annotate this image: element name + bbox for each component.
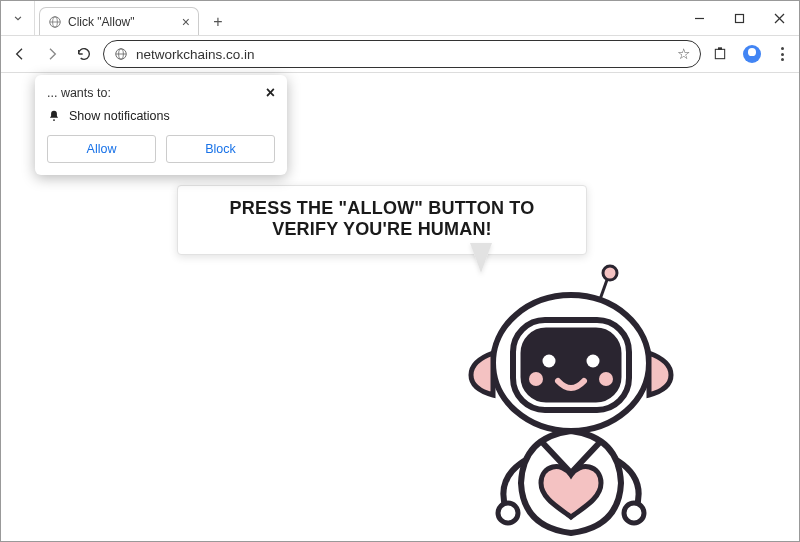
reload-button[interactable] [71, 41, 97, 67]
puzzle-icon [712, 46, 728, 62]
dot-icon [781, 47, 784, 50]
svg-point-15 [603, 266, 617, 280]
arrow-left-icon [12, 46, 28, 62]
dot-icon [781, 58, 784, 61]
svg-point-24 [498, 503, 518, 523]
reload-icon [76, 46, 92, 62]
svg-point-23 [599, 372, 613, 386]
window-close-button[interactable] [759, 1, 799, 35]
url-text[interactable]: networkchains.co.in [136, 47, 669, 62]
globe-icon [48, 15, 62, 29]
tab-title: Click "Allow" [68, 15, 135, 29]
robot-illustration [446, 263, 696, 542]
window-controls [679, 1, 799, 35]
arrow-right-icon [44, 46, 60, 62]
address-bar[interactable]: networkchains.co.in ☆ [103, 40, 701, 68]
close-icon [774, 13, 785, 24]
svg-point-22 [529, 372, 543, 386]
permission-close-button[interactable]: × [266, 85, 275, 101]
block-button[interactable]: Block [166, 135, 275, 163]
bubble-text: PRESS THE "ALLOW" BUTTON TO VERIFY YOU'R… [230, 198, 535, 239]
bell-icon [47, 109, 61, 123]
profile-avatar-icon [743, 45, 761, 63]
new-tab-button[interactable]: + [205, 9, 231, 35]
svg-point-20 [543, 355, 556, 368]
allow-button[interactable]: Allow [47, 135, 156, 163]
tab-search-button[interactable] [1, 1, 35, 35]
dot-icon [781, 53, 784, 56]
notification-permission-prompt: ... wants to: × Show notifications Allow… [35, 75, 287, 175]
back-button[interactable] [7, 41, 33, 67]
extensions-button[interactable] [707, 41, 733, 67]
svg-point-21 [587, 355, 600, 368]
tab-close-button[interactable]: × [182, 15, 190, 29]
permission-site-label: ... wants to: [47, 86, 111, 100]
browser-menu-button[interactable] [771, 47, 793, 62]
browser-toolbar: networkchains.co.in ☆ [1, 35, 799, 73]
svg-rect-10 [715, 49, 724, 58]
window-minimize-button[interactable] [679, 1, 719, 35]
forward-button[interactable] [39, 41, 65, 67]
browser-titlebar: Click "Allow" × + [1, 1, 799, 35]
permission-text: Show notifications [69, 109, 170, 123]
svg-rect-17 [518, 325, 624, 405]
window-maximize-button[interactable] [719, 1, 759, 35]
svg-rect-11 [718, 47, 722, 50]
minimize-icon [694, 13, 705, 24]
profile-button[interactable] [739, 41, 765, 67]
robot-icon [446, 263, 696, 542]
maximize-icon [734, 13, 745, 24]
browser-tab[interactable]: Click "Allow" × [39, 7, 199, 35]
bookmark-button[interactable]: ☆ [677, 45, 690, 63]
site-info-icon[interactable] [114, 47, 128, 61]
svg-point-25 [624, 503, 644, 523]
page-content: ... wants to: × Show notifications Allow… [1, 73, 799, 541]
chevron-down-icon [11, 11, 25, 25]
svg-rect-4 [735, 14, 743, 22]
speech-bubble: PRESS THE "ALLOW" BUTTON TO VERIFY YOU'R… [177, 185, 587, 255]
svg-point-12 [53, 119, 55, 121]
